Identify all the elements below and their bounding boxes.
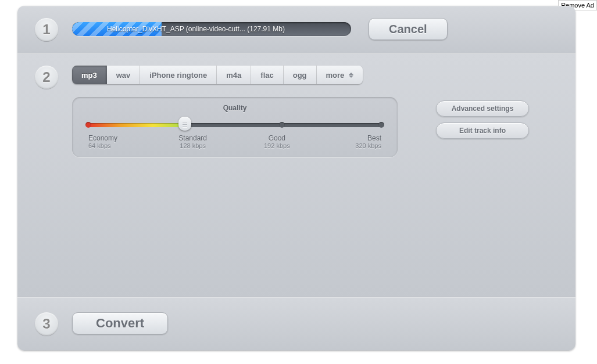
slider-tick — [279, 122, 285, 128]
quality-option-label: Economy64 kbps — [88, 134, 129, 149]
format-option-more[interactable]: more — [317, 66, 363, 84]
advanced-settings-button[interactable]: Advanced settings — [436, 100, 529, 117]
slider-handle[interactable] — [178, 117, 191, 133]
cancel-button[interactable]: Cancel — [369, 18, 448, 40]
slider-tick — [85, 122, 91, 128]
format-option-ogg[interactable]: ogg — [284, 66, 317, 84]
upload-file-label: Helicopter_DivXHT_ASP (online-video-cutt… — [72, 25, 285, 33]
quality-option-label: Standard128 kbps — [173, 134, 213, 149]
format-option-iphone-ringtone[interactable]: iPhone ringtone — [140, 66, 217, 84]
format-option-wav[interactable]: wav — [107, 66, 141, 84]
format-label: flac — [260, 71, 273, 80]
quality-option-label: Good192 kbps — [256, 134, 297, 149]
converter-panel: 1 Helicopter_DivXHT_ASP (online-video-cu… — [17, 6, 575, 351]
quality-title: Quality — [88, 104, 381, 112]
convert-button[interactable]: Convert — [72, 312, 168, 334]
slider-tick — [378, 122, 384, 128]
section-settings: 2 mp3waviPhone ringtonem4aflacoggmore Qu… — [17, 53, 575, 297]
section-convert: 3 Convert — [17, 297, 575, 351]
format-option-flac[interactable]: flac — [251, 66, 283, 84]
step-number-3: 3 — [35, 312, 58, 336]
format-option-mp3[interactable]: mp3 — [72, 66, 107, 84]
quality-slider[interactable] — [88, 119, 381, 131]
edit-track-info-button[interactable]: Edit track info — [436, 122, 529, 139]
format-label: more — [326, 71, 345, 80]
section-upload: 1 Helicopter_DivXHT_ASP (online-video-cu… — [17, 6, 575, 53]
format-label: mp3 — [81, 71, 97, 80]
format-label: ogg — [293, 71, 307, 80]
step-number-1: 1 — [35, 18, 58, 41]
quality-panel: Quality Economy64 kbpsStandard128 kbpsGo… — [72, 97, 398, 157]
chevron-up-down-icon — [349, 73, 353, 78]
quality-option-label: Best320 kbps — [341, 134, 381, 149]
format-label: iPhone ringtone — [149, 71, 207, 80]
format-label: wav — [116, 71, 131, 80]
format-label: m4a — [226, 71, 241, 80]
format-option-m4a[interactable]: m4a — [217, 66, 251, 84]
step-number-2: 2 — [35, 66, 58, 89]
upload-progress-bar: Helicopter_DivXHT_ASP (online-video-cutt… — [72, 22, 351, 36]
format-selector: mp3waviPhone ringtonem4aflacoggmore — [72, 66, 363, 84]
